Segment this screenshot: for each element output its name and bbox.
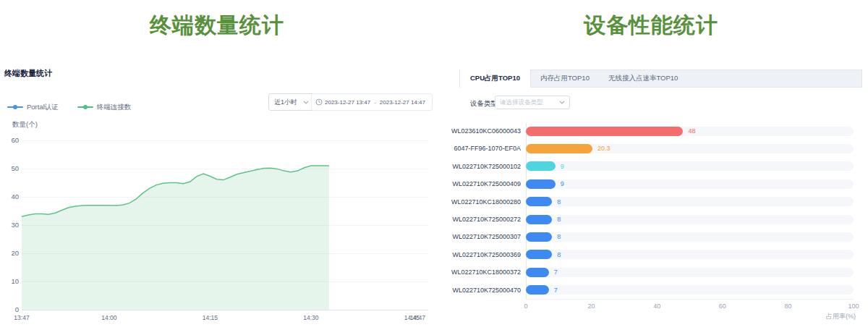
bar-track	[526, 127, 854, 136]
y-tick-label: 50	[0, 165, 19, 172]
bar-category-label: WL022710KC18000280	[405, 198, 521, 206]
date-range-start: 2023-12-27 13:47	[325, 99, 370, 106]
legend-marker-dot	[83, 105, 88, 109]
bar-track	[526, 268, 854, 277]
bar-category-label: 6047-FF96-1070-EF0A	[405, 145, 521, 152]
bar	[526, 285, 549, 295]
gridline-y30	[22, 225, 428, 226]
legend-label: Portal认证	[27, 103, 59, 112]
bar-category-label: WL022710K725000369	[405, 251, 521, 258]
terminal-line-series	[22, 166, 329, 216]
bar-x-tick-label: 0	[515, 302, 537, 310]
bar	[526, 161, 556, 171]
bar-track	[526, 232, 854, 242]
date-range-picker[interactable]: 2023-12-27 13:47 - 2023-12-27 14:47	[311, 93, 433, 111]
bar-x-tick-label: 20	[581, 302, 603, 310]
tab-wireless-rate-top10[interactable]: 无线接入点速率TOP10	[599, 70, 687, 87]
bar-value-label: 20.3	[597, 145, 610, 152]
x-tick-label: 14:00	[96, 314, 122, 321]
bar	[526, 179, 556, 189]
bar-value-label: 9	[561, 180, 564, 187]
bar	[526, 144, 592, 153]
date-range-separator: -	[373, 99, 378, 106]
terminal-chart-header: 终端数量统计	[4, 68, 52, 79]
bar-x-tick-label: 40	[646, 302, 668, 310]
bar	[526, 250, 552, 259]
bar-track	[526, 285, 854, 295]
clock-icon	[315, 98, 323, 106]
bar-value-label: 8	[557, 216, 561, 223]
gridline-y10	[22, 282, 428, 282]
bar-category-label: WL022710K725000307	[405, 233, 521, 240]
left-section-title: 终端数量统计	[0, 12, 434, 39]
gridline-y60	[22, 140, 428, 141]
bar-track	[526, 215, 854, 224]
gridline-y50	[22, 169, 428, 169]
x-tick-label: 14:47	[399, 314, 425, 321]
bar-category-label: WL022710K725000409	[405, 180, 521, 187]
x-tick-label: 14:30	[298, 314, 324, 321]
bar-track	[526, 179, 854, 189]
bar-x-tick-label: 100	[843, 302, 864, 310]
bar-value-label: 48	[688, 127, 695, 135]
y-tick-label: 30	[0, 221, 19, 229]
bar	[526, 268, 549, 277]
line-chart-legend: Portal认证终端连接数	[7, 103, 131, 111]
bar-axis-line-vertical	[526, 123, 527, 299]
terminal-area-fill	[22, 166, 329, 310]
device-type-placeholder: 请选择设备类型	[500, 98, 543, 107]
bar	[526, 197, 552, 206]
time-range-value: 近1小时	[274, 98, 297, 107]
bar	[526, 232, 552, 242]
gridline-y40	[22, 197, 428, 198]
bar-track	[526, 197, 854, 206]
terminal-line-chart: 010203040506013:4714:0014:1514:3014:4514…	[0, 0, 868, 330]
bar	[526, 127, 683, 136]
legend-marker	[77, 104, 93, 110]
gridline-y20	[22, 253, 428, 254]
right-section-title: 设备性能统计	[434, 12, 868, 39]
legend-marker-dot	[13, 105, 17, 109]
bar-value-label: 8	[557, 233, 561, 240]
x-tick-label: 14:15	[197, 314, 223, 321]
legend-marker	[7, 104, 23, 110]
bar-x-tick-label: 80	[777, 302, 799, 310]
bar-value-label: 8	[557, 198, 561, 206]
bar	[526, 215, 552, 224]
legend-item[interactable]: Portal认证	[7, 103, 59, 112]
legend-label: 终端连接数	[97, 103, 132, 112]
y-tick-label: 60	[0, 137, 19, 144]
line-series-svg	[0, 0, 434, 330]
bar-value-label: 7	[554, 287, 558, 294]
y-tick-label: 40	[0, 193, 19, 200]
device-type-select[interactable]: 请选择设备类型	[495, 96, 570, 109]
bar-category-label: WL022710KC18000372	[405, 268, 521, 276]
bar-track	[526, 161, 854, 171]
y-tick-label: 10	[0, 278, 19, 285]
x-tick-label: 14:45	[399, 314, 425, 321]
y-axis-title: 数量(个)	[12, 120, 38, 130]
bar-category-label: WL022710K725000272	[405, 216, 521, 223]
dashboard-screen: 010203040506013:4714:0014:1514:3014:4514…	[0, 0, 868, 330]
bar-category-label: WL022710K725000470	[405, 287, 521, 294]
y-tick-label: 20	[0, 250, 19, 257]
bar-x-tick-label: 60	[712, 302, 733, 310]
chevron-down-icon	[303, 101, 309, 104]
tab-cpu-top10[interactable]: CPU占用TOP10	[459, 69, 531, 88]
bar-value-label: 8	[557, 251, 561, 258]
performance-tabs: CPU占用TOP10内存占用TOP10无线接入点速率TOP10	[459, 69, 862, 88]
bar-value-label: 7	[554, 268, 558, 276]
cpu-top10-bar-chart: WL023610KC06000043486047-FF96-1070-EF0A2…	[0, 0, 868, 330]
date-range-end: 2023-12-27 14:47	[380, 99, 425, 106]
legend-item[interactable]: 终端连接数	[77, 103, 132, 112]
bar-x-axis-title: 占用率(%)	[793, 312, 856, 321]
tab-memory-top10[interactable]: 内存占用TOP10	[531, 70, 599, 87]
chevron-down-icon	[559, 101, 565, 104]
x-tick-label: 13:47	[9, 314, 35, 321]
y-tick-label: 0	[0, 306, 19, 313]
bar-axis-line-horizontal	[526, 299, 854, 300]
device-type-label: 设备类型	[470, 99, 498, 109]
bar-track	[526, 250, 854, 259]
bar-category-label: WL023610KC06000043	[405, 127, 521, 135]
time-range-select[interactable]: 近1小时	[268, 93, 315, 111]
